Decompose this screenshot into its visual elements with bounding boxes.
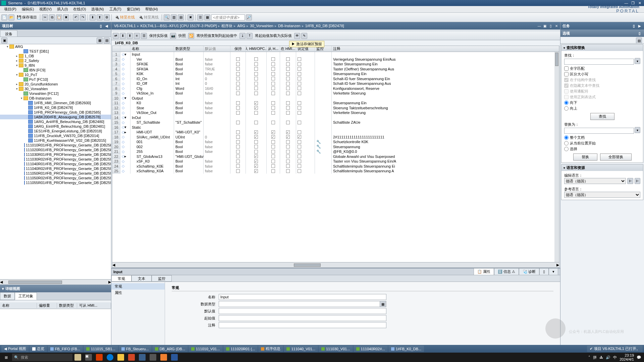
menu-item[interactable]: 编辑(E) [19, 7, 37, 12]
tray-lang-icon[interactable]: 中 [613, 355, 617, 360]
tray-ime-icon[interactable]: 拼 [593, 355, 597, 360]
grid-row[interactable]: 3◇ SFK0EBoolfalseTaster Steuerspannung E… [112, 62, 559, 67]
app-orange[interactable] [158, 353, 169, 362]
tb-ic1[interactable]: ⇄ [113, 33, 119, 39]
db-variable-grid[interactable]: 名称数据类型默认值保持从 HMI/OPC...从 H...在 HMI...设定值… [112, 46, 559, 268]
snapshot-button[interactable]: 快照 [177, 33, 187, 38]
tree-node[interactable]: 1#FB_PROFIenergy_Glob_DB [DB2585] [0, 110, 111, 115]
status-tab[interactable]: DB_ARG (DB... [152, 346, 188, 352]
tree-node[interactable]: 111030R01#FB_PROFIenergy_Geraete_DB [DB2… [0, 152, 111, 157]
tree-node[interactable]: ▸2_Safety [0, 58, 111, 63]
replace-dd-icon[interactable]: ▾ [635, 127, 640, 133]
crumb[interactable]: ARG [236, 24, 247, 28]
tasks-collapse-icon[interactable]: ▶ [637, 23, 642, 28]
load-start-icon2[interactable]: ⤒ [247, 33, 253, 39]
tab-tech-objects[interactable]: 工艺对象 [15, 292, 37, 300]
grid-row[interactable]: 1◇ ▾Input [112, 52, 559, 57]
tray-notif-icon[interactable]: 💬 [637, 355, 641, 360]
tab-data[interactable]: 数据 [0, 292, 15, 300]
portal-view-button[interactable]: ◀ Portal 视图 [1, 346, 29, 352]
status-tab[interactable]: FB_Steueru... [119, 346, 152, 352]
tab-diag[interactable]: 🩺 诊断 [519, 268, 539, 275]
status-tab[interactable]: 111030_V01... [319, 346, 353, 352]
prop-default-input[interactable] [219, 308, 386, 314]
tb-ic5[interactable]: ☰ [141, 33, 147, 39]
grid-row[interactable]: 13◇ VkStoe_OutBoolfalseVerkettete Stoeru… [112, 110, 559, 115]
scope-sel-radio[interactable] [564, 147, 569, 151]
col-header[interactable]: 默认值 [204, 46, 230, 52]
status-tab[interactable]: 程序信息 [258, 346, 283, 352]
replace-input[interactable] [564, 128, 634, 134]
lang-res-header[interactable]: ▾语言和资源 [561, 165, 643, 171]
tree-node[interactable]: IBN [FC9] [0, 68, 111, 72]
subtab-general[interactable]: 常规 [111, 275, 131, 282]
grid-row[interactable]: 14◇ ▾InOut [112, 115, 559, 120]
menu-item[interactable]: 插入(I) [54, 7, 70, 12]
subtab-monitor[interactable]: 监控 [152, 275, 172, 282]
status-tab[interactable]: 111040_V01... [284, 346, 318, 352]
prop-start-input[interactable] [219, 315, 386, 321]
find-dd-icon[interactable]: ▾ [635, 58, 640, 64]
list-icon[interactable]: ☰ [197, 14, 203, 20]
menu-item[interactable]: 窗口(W) [124, 7, 143, 12]
copy-icon[interactable]: ⧉ [49, 14, 55, 20]
tasks-pin-icon[interactable]: ▯ [632, 23, 636, 28]
tree-view2-icon[interactable]: ▤ [104, 38, 110, 44]
grid-row[interactable]: 19◇ 001Boolfalse🔧Schuetzkontrolle K0K [112, 139, 559, 144]
grid-row[interactable]: 8◇ CfgWord16#0Konfigurationswort, Reserv… [112, 86, 559, 91]
find-input[interactable] [564, 59, 634, 65]
tree-node[interactable]: 1#FB_K0_DB [DB2478] [0, 105, 111, 110]
col-header[interactable]: 从 HMI/OPC... [246, 46, 267, 52]
find-replace-header[interactable]: ▾查找和替换 [561, 45, 643, 51]
props-collapse-icon[interactable]: ▯ [539, 268, 549, 275]
tile-h-icon[interactable]: ▥ [171, 14, 177, 20]
editor-min-icon[interactable]: — [537, 23, 542, 28]
delete-icon[interactable]: ✖ [63, 14, 69, 20]
tree-node[interactable]: 111010R01#FB_PROFIenergy_Geraete_DB [DB2… [0, 143, 111, 147]
replace-button[interactable]: 替换 [573, 154, 597, 161]
keep-actual-button[interactable]: 保持实际值 [148, 33, 169, 38]
scope-doc-radio[interactable] [564, 135, 569, 140]
devices-tab[interactable]: 设备 [0, 30, 17, 37]
dir-down-radio[interactable] [564, 101, 569, 105]
crumb[interactable]: KDLTHL1---BS1--KFU1 [CPU 1517F-3 PN/DP] [139, 24, 218, 28]
menu-item[interactable]: 选项(N) [89, 7, 106, 12]
tree-node[interactable]: 11#FB_Druckluft_VW370_DB [DB2014] [0, 133, 111, 138]
tree-node[interactable]: 1ARG_Einl#FB_Beleuchtung_DB [DB2481] [0, 124, 111, 129]
ref-lang-select[interactable]: 德语（德国） [564, 192, 640, 198]
crumb[interactable]: DB-Instanzen [277, 24, 302, 28]
tree-node[interactable]: 111050R02#FB_PROFIenergy_Geraete_DB [DB2… [0, 176, 111, 180]
status-tab[interactable]: 111015_SB1... [84, 346, 118, 352]
grid-row[interactable]: 10◇ ▾Output [112, 96, 559, 101]
tree-node[interactable]: ▸1_OB [0, 54, 111, 58]
app-photo[interactable] [72, 353, 83, 362]
tree-node[interactable]: 111040R01#FB_PROFIenergy_Geraete_DB [DB2… [0, 162, 111, 166]
tray-up-icon[interactable]: ˄ [588, 355, 590, 360]
editor-expand-icon[interactable]: ▣ [543, 23, 547, 28]
crumb[interactable]: 30_Vorwahlen [249, 24, 275, 28]
app-settings[interactable] [148, 353, 158, 362]
tree-view1-icon[interactable]: ▦ [97, 38, 103, 44]
status-tab[interactable]: FB_FIFO (FB... [48, 346, 83, 352]
project-search-input[interactable] [211, 14, 245, 20]
menu-item[interactable]: 项目(P) [1, 7, 19, 12]
nav-attributes[interactable]: 属性 [111, 290, 165, 296]
dir-up-radio[interactable] [564, 106, 569, 111]
tray-net-icon[interactable]: 🖧 [599, 355, 603, 359]
status-tab[interactable]: 111040R02#... [354, 346, 388, 352]
tree-hscroll[interactable]: ◀▶ [0, 279, 111, 285]
grid-row[interactable]: 24◇ xSchaltimp_K0EBoolfalseSchaltlisteni… [112, 164, 559, 169]
status-tab[interactable]: 总览 [30, 346, 47, 352]
replace-all-button[interactable]: 全部替换 [600, 154, 632, 161]
modify-icon[interactable]: ✎ [301, 33, 307, 39]
taskbar-search[interactable]: 🔍 搜索 [12, 354, 72, 361]
tree-node[interactable]: ▾10_PoT [0, 72, 111, 77]
grid-row[interactable]: 9◇ VkStoe_InBoolfalseVerkettete Stoerung [112, 91, 559, 96]
scope-pos-radio[interactable] [564, 141, 569, 145]
grid-row[interactable]: 4◇ SFK0ABoolTRUETaster (Oeffner) Steuers… [112, 67, 559, 72]
status-tab[interactable]: 111020R01 (... [223, 346, 258, 352]
grid-row[interactable]: 21◇ 255Boolfalse🔧@FB_K0@0.0 [112, 149, 559, 154]
grid-row[interactable]: 25◇ xSchaltimp_K0ABoolfalseSchaltlisteni… [112, 169, 559, 174]
copy-snap-icon[interactable]: 🔁 [188, 33, 194, 39]
nav-general[interactable]: 常规 [111, 283, 165, 290]
